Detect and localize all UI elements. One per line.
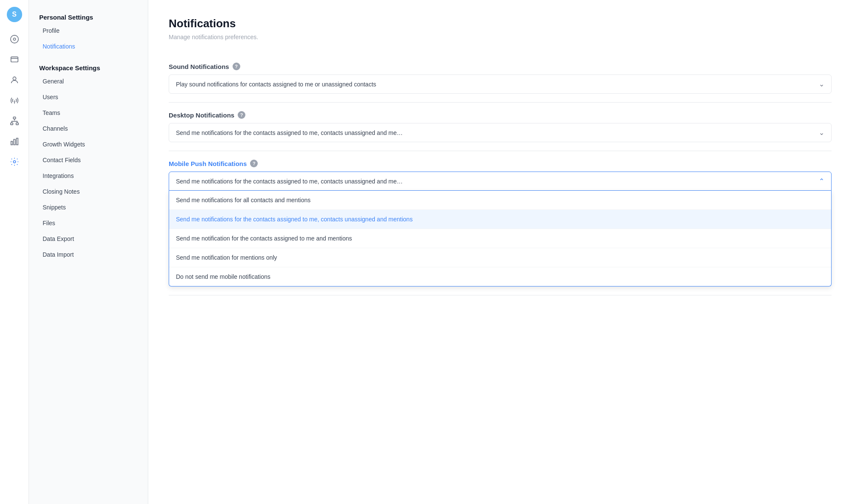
sound-dropdown-value: Play sound notifications for contacts as… xyxy=(176,81,376,88)
settings-icon[interactable] xyxy=(6,153,23,170)
svg-point-1 xyxy=(13,38,16,40)
svg-point-10 xyxy=(13,160,16,163)
mobile-option-3[interactable]: Send me notification for the contacts as… xyxy=(169,229,831,248)
dashboard-icon[interactable] xyxy=(6,31,23,48)
mobile-chevron-icon: ⌃ xyxy=(819,177,824,185)
sidebar-item-data-import[interactable]: Data Import xyxy=(32,247,144,262)
sidebar-item-channels[interactable]: Channels xyxy=(32,121,144,136)
mobile-option-4[interactable]: Send me notification for mentions only xyxy=(169,248,831,267)
main-content: Notifications Manage notifications prefe… xyxy=(148,0,852,504)
sidebar-item-profile[interactable]: Profile xyxy=(32,23,144,38)
desktop-help-icon[interactable]: ? xyxy=(238,111,245,119)
mobile-option-2[interactable]: Send me notifications for the contacts a… xyxy=(169,210,831,229)
svg-rect-4 xyxy=(13,117,16,119)
workspace-settings-title: Workspace Settings xyxy=(29,61,148,73)
sound-chevron-icon: ⌄ xyxy=(819,80,824,88)
desktop-notifications-section: Desktop Notifications ? Send me notifica… xyxy=(169,103,832,151)
icon-sidebar: S xyxy=(0,0,29,504)
sidebar-item-integrations[interactable]: Integrations xyxy=(32,168,144,183)
mobile-notifications-dropdown[interactable]: Send me notifications for the contacts a… xyxy=(169,172,832,191)
mobile-dropdown-options: Send me notifications for all contacts a… xyxy=(169,191,832,286)
mobile-option-5[interactable]: Do not send me mobile notifications xyxy=(169,267,831,286)
sidebar-item-closing-notes[interactable]: Closing Notes xyxy=(32,184,144,199)
mobile-dropdown-value: Send me notifications for the contacts a… xyxy=(176,178,403,185)
sidebar-item-general[interactable]: General xyxy=(32,74,144,89)
sound-notifications-dropdown[interactable]: Play sound notifications for contacts as… xyxy=(169,74,832,94)
svg-rect-7 xyxy=(11,141,12,145)
desktop-notifications-header: Desktop Notifications ? xyxy=(169,111,832,119)
hierarchy-icon[interactable] xyxy=(6,112,23,129)
page-title: Notifications xyxy=(169,17,832,30)
desktop-notifications-label: Desktop Notifications xyxy=(169,112,234,119)
sidebar-item-snippets[interactable]: Snippets xyxy=(32,200,144,215)
antenna-icon[interactable] xyxy=(6,92,23,109)
contacts-icon[interactable] xyxy=(6,72,23,89)
svg-rect-5 xyxy=(10,123,13,125)
analytics-icon[interactable] xyxy=(6,133,23,150)
mobile-notifications-label: Mobile Push Notifications xyxy=(169,160,247,167)
user-avatar[interactable]: S xyxy=(7,7,22,22)
svg-rect-9 xyxy=(16,138,18,145)
sound-notifications-label: Sound Notifications xyxy=(169,63,229,70)
svg-rect-8 xyxy=(14,139,15,145)
svg-point-0 xyxy=(10,35,18,43)
sidebar-item-contact-fields[interactable]: Contact Fields xyxy=(32,152,144,168)
mobile-help-icon[interactable]: ? xyxy=(250,160,258,167)
sidebar-item-users[interactable]: Users xyxy=(32,89,144,105)
mobile-notifications-header: Mobile Push Notifications ? xyxy=(169,160,832,167)
mobile-notifications-section: Mobile Push Notifications ? Send me noti… xyxy=(169,151,832,295)
sidebar-item-teams[interactable]: Teams xyxy=(32,105,144,120)
chat-icon[interactable] xyxy=(6,51,23,68)
sidebar-item-data-export[interactable]: Data Export xyxy=(32,231,144,246)
sidebar-item-files[interactable]: Files xyxy=(32,215,144,231)
mobile-option-1[interactable]: Send me notifications for all contacts a… xyxy=(169,191,831,210)
desktop-chevron-icon: ⌄ xyxy=(819,129,824,137)
svg-rect-2 xyxy=(11,57,18,62)
sidebar-item-growth-widgets[interactable]: Growth Widgets xyxy=(32,137,144,152)
personal-settings-title: Personal Settings xyxy=(29,10,148,23)
sound-notifications-header: Sound Notifications ? xyxy=(169,63,832,70)
sound-help-icon[interactable]: ? xyxy=(233,63,240,70)
svg-rect-6 xyxy=(16,123,18,125)
desktop-notifications-dropdown[interactable]: Send me notifications for the contacts a… xyxy=(169,123,832,142)
desktop-dropdown-value: Send me notifications for the contacts a… xyxy=(176,129,403,136)
sidebar-item-notifications[interactable]: Notifications xyxy=(32,39,144,54)
sound-notifications-section: Sound Notifications ? Play sound notific… xyxy=(169,54,832,103)
page-subtitle: Manage notifications preferences. xyxy=(169,34,832,40)
settings-sidebar: Personal Settings Profile Notifications … xyxy=(29,0,148,504)
svg-point-3 xyxy=(13,77,16,80)
